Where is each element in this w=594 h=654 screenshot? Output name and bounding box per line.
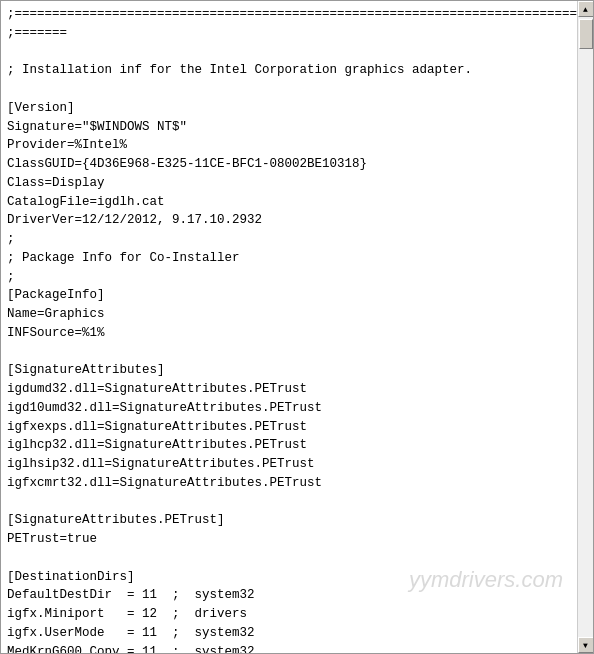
scrollbar-up-button[interactable]: ▲ — [578, 1, 594, 17]
text-content[interactable]: ;=======================================… — [1, 1, 577, 653]
scrollbar-track: ▲ ▼ — [577, 1, 593, 653]
text-area-wrapper: ;=======================================… — [1, 1, 593, 653]
scroll-down-icon: ▼ — [583, 641, 588, 650]
scrollbar-down-button[interactable]: ▼ — [578, 637, 594, 653]
scrollbar-thumb[interactable] — [579, 19, 593, 49]
scroll-up-icon: ▲ — [583, 5, 588, 14]
window-container: ;=======================================… — [0, 0, 594, 654]
